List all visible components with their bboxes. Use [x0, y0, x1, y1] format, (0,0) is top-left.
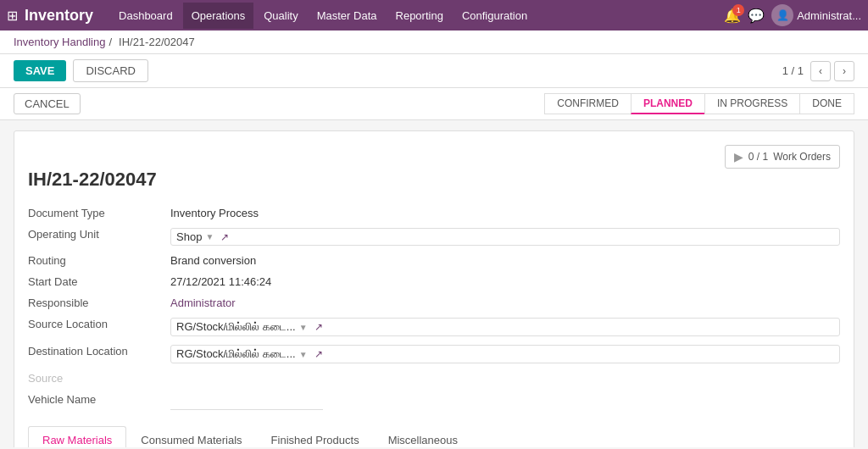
tab-consumed-materials[interactable]: Consumed Materials	[126, 426, 256, 447]
chat-icon[interactable]: 💬	[748, 8, 765, 24]
topbar: ⊞ Inventory Dashboard Operations Quality…	[0, 0, 868, 30]
vehicle-name-value[interactable]	[170, 391, 840, 413]
external-link-icon[interactable]: ↗	[220, 231, 229, 243]
breadcrumb-current: IH/21-22/02047	[119, 36, 195, 48]
nav-master-data[interactable]: Master Data	[309, 3, 386, 29]
dropdown-arrow-icon-3: ▼	[299, 350, 308, 359]
breadcrumb-parent[interactable]: Inventory Handling	[14, 36, 105, 48]
notification-badge: 1	[732, 4, 744, 16]
dest-ext-link-icon[interactable]: ↗	[314, 348, 323, 360]
work-orders-label: Work Orders	[773, 151, 831, 163]
destination-location-dropdown[interactable]: RG/Stock/மில்லில் கடை... ▼ ↗	[170, 345, 840, 363]
source-label: Source	[28, 369, 164, 387]
breadcrumb: Inventory Handling / IH/21-22/02047	[0, 30, 868, 54]
user-menu[interactable]: 👤 Administrat...	[771, 4, 861, 26]
form-section: Document Type Inventory Process Operatin…	[28, 204, 840, 413]
play-icon: ▶	[734, 150, 743, 164]
operating-unit-label: Operating Unit	[28, 225, 164, 248]
document-type-label: Document Type	[28, 204, 164, 222]
routing-value: Brand conversion	[170, 252, 840, 269]
nav-configuration[interactable]: Configuration	[453, 3, 536, 29]
source-ext-link-icon[interactable]: ↗	[314, 321, 323, 333]
pagination: 1 / 1 ‹ ›	[782, 61, 854, 81]
tab-miscellaneous[interactable]: Miscellaneous	[374, 426, 472, 447]
destination-location-value[interactable]: RG/Stock/மில்லில் கடை... ▼ ↗	[170, 342, 840, 366]
start-date-value: 27/12/2021 11:46:24	[170, 273, 840, 291]
action-bar: SAVE DISCARD 1 / 1 ‹ ›	[0, 54, 868, 88]
app-name: Inventory	[25, 7, 93, 25]
main-content: ▶ 0 / 1 Work Orders IH/21-22/02047 Docum…	[0, 120, 868, 447]
discard-button[interactable]: DISCARD	[73, 59, 148, 82]
right-icons: 🔔 1 💬 👤 Administrat...	[724, 4, 861, 26]
nav-reporting[interactable]: Reporting	[387, 3, 452, 29]
work-orders-button[interactable]: ▶ 0 / 1 Work Orders	[725, 145, 840, 169]
work-orders-count: 0 / 1	[748, 151, 768, 163]
main-nav: Dashboard Operations Quality Master Data…	[110, 3, 724, 29]
responsible-value[interactable]: Administrator	[170, 294, 840, 312]
responsible-label: Responsible	[28, 294, 164, 312]
source-location-value[interactable]: RG/Stock/மில்லில் கடை... ▼ ↗	[170, 315, 840, 339]
status-planned[interactable]: PLANNED	[631, 93, 704, 114]
status-steps: CONFIRMED PLANNED IN PROGRESS DONE	[544, 93, 854, 114]
status-done[interactable]: DONE	[799, 93, 854, 114]
source-location-dropdown[interactable]: RG/Stock/மில்லில் கடை... ▼ ↗	[170, 318, 840, 336]
tabs: Raw Materials Consumed Materials Finishe…	[28, 426, 840, 447]
destination-location-label: Destination Location	[28, 342, 164, 366]
breadcrumb-separator: /	[108, 36, 112, 48]
document-title: IH/21-22/02047	[28, 169, 840, 191]
prev-page-button[interactable]: ‹	[810, 61, 831, 81]
source-location-label: Source Location	[28, 315, 164, 339]
apps-icon[interactable]: ⊞	[7, 8, 18, 24]
nav-quality[interactable]: Quality	[255, 3, 306, 29]
operating-unit-value[interactable]: Shop ▼ ↗	[170, 225, 840, 248]
cancel-button[interactable]: CANCEL	[14, 93, 81, 114]
source-value	[170, 369, 840, 387]
next-page-button[interactable]: ›	[834, 61, 854, 81]
nav-operations[interactable]: Operations	[183, 3, 254, 29]
content-card: ▶ 0 / 1 Work Orders IH/21-22/02047 Docum…	[14, 130, 854, 447]
nav-dashboard[interactable]: Dashboard	[110, 3, 181, 29]
status-bar: CANCEL CONFIRMED PLANNED IN PROGRESS DON…	[0, 88, 868, 120]
status-in-progress[interactable]: IN PROGRESS	[704, 93, 799, 114]
document-type-value: Inventory Process	[170, 204, 840, 222]
tab-finished-products[interactable]: Finished Products	[257, 426, 374, 447]
vehicle-name-label: Vehicle Name	[28, 391, 164, 413]
user-label: Administrat...	[797, 9, 861, 22]
dropdown-arrow-icon: ▼	[205, 232, 214, 241]
tab-raw-materials[interactable]: Raw Materials	[28, 426, 126, 447]
dropdown-arrow-icon-2: ▼	[299, 323, 308, 332]
operating-unit-dropdown[interactable]: Shop ▼ ↗	[170, 228, 840, 246]
status-confirmed[interactable]: CONFIRMED	[544, 93, 631, 114]
page-number: 1 / 1	[782, 64, 804, 77]
routing-label: Routing	[28, 252, 164, 269]
save-button[interactable]: SAVE	[14, 60, 66, 81]
user-avatar: 👤	[771, 4, 793, 26]
start-date-label: Start Date	[28, 273, 164, 291]
notification-bell[interactable]: 🔔 1	[724, 8, 741, 24]
